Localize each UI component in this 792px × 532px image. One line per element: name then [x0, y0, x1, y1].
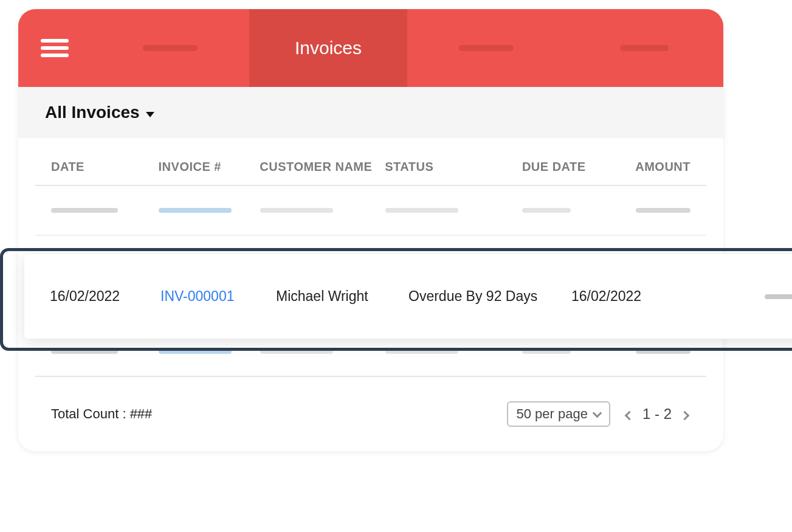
table-footer: Total Count : ### 50 per page 1 - 2: [18, 377, 723, 451]
prev-page-button[interactable]: [624, 403, 635, 425]
chevron-left-icon: [625, 411, 635, 421]
cell-placeholder: [385, 208, 458, 213]
chevron-right-icon: [680, 411, 690, 421]
chevron-down-icon: [593, 408, 602, 418]
th-date[interactable]: DATE: [51, 160, 159, 174]
tab-placeholder: [620, 45, 669, 51]
next-page-button[interactable]: [679, 403, 690, 425]
th-amount[interactable]: AMOUNT: [635, 160, 690, 174]
cell-date: 16/02/2022: [50, 288, 160, 305]
tab-invoices[interactable]: Invoices: [249, 9, 407, 87]
cell-placeholder: [159, 208, 232, 213]
cell-status: Overdue By 92 Days: [408, 288, 571, 305]
highlighted-row-callout: 16/02/2022 INV-000001 Michael Wright Ove…: [24, 254, 792, 339]
filter-bar: All Invoices: [18, 87, 723, 138]
app-header: Invoices: [18, 9, 723, 87]
tab-3[interactable]: [407, 9, 565, 87]
tab-placeholder: [459, 45, 514, 51]
table-header: DATE INVOICE # CUSTOMER NAME STATUS DUE …: [35, 138, 706, 186]
pagination: 1 - 2: [624, 403, 690, 425]
th-due-date[interactable]: DUE DATE: [522, 160, 635, 174]
cell-amount: [681, 294, 792, 299]
cell-placeholder: [765, 294, 792, 299]
per-page-dropdown[interactable]: 50 per page: [507, 401, 610, 427]
menu-icon[interactable]: [41, 39, 69, 57]
tab-1[interactable]: [91, 9, 249, 87]
th-status[interactable]: STATUS: [385, 160, 522, 174]
tab-invoices-label: Invoices: [295, 38, 362, 58]
page-range: 1 - 2: [642, 406, 672, 423]
th-customer[interactable]: CUSTOMER NAME: [260, 160, 385, 174]
cell-due-date: 16/02/2022: [571, 288, 681, 305]
table-row[interactable]: [35, 186, 706, 236]
tab-placeholder: [143, 45, 198, 51]
caret-down-icon: [146, 112, 154, 117]
total-count-label: Total Count : ###: [51, 406, 152, 422]
cell-customer: Michael Wright: [276, 288, 408, 305]
filter-label: All Invoices: [45, 103, 140, 122]
th-invoice[interactable]: INVOICE #: [159, 160, 260, 174]
tab-4[interactable]: [565, 9, 723, 87]
filter-dropdown[interactable]: All Invoices: [45, 103, 154, 122]
cell-placeholder: [636, 208, 690, 213]
cell-placeholder: [260, 208, 333, 213]
table-row[interactable]: 16/02/2022 INV-000001 Michael Wright Ove…: [24, 254, 792, 339]
cell-invoice-link[interactable]: INV-000001: [160, 288, 276, 305]
cell-placeholder: [522, 208, 571, 213]
cell-placeholder: [51, 208, 118, 213]
per-page-label: 50 per page: [517, 406, 588, 422]
